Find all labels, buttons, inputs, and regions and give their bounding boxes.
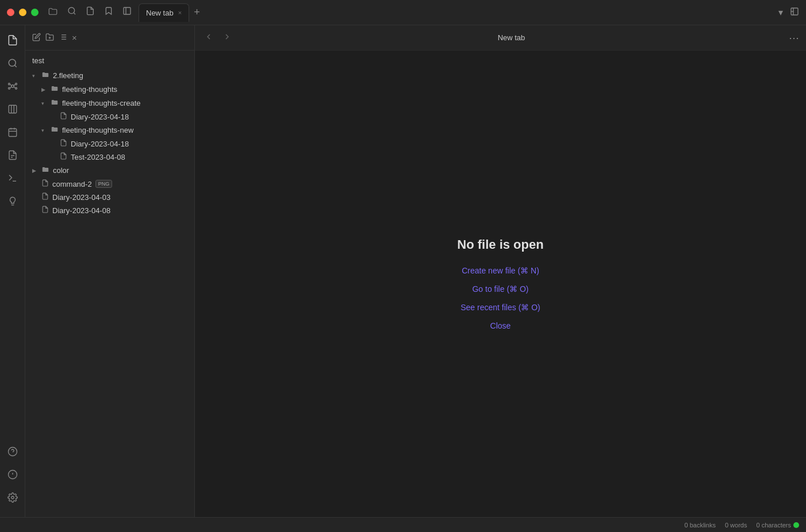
tree-item-fleeting-thoughts[interactable]: ▶ fleeting-thoughts xyxy=(28,83,192,96)
svg-line-14 xyxy=(10,84,11,86)
dropdown-icon[interactable]: ▾ xyxy=(778,7,783,18)
layout-icon[interactable] xyxy=(790,7,799,18)
panel-icon[interactable] xyxy=(122,6,132,19)
new-folder-icon[interactable] xyxy=(45,33,54,43)
svg-line-17 xyxy=(13,87,15,88)
svg-point-10 xyxy=(8,83,10,85)
file-icon-diary-a xyxy=(60,112,67,121)
expand-arrow-fleeting-thoughts-create: ▾ xyxy=(41,101,48,106)
file-icon-diary-03 xyxy=(41,192,49,202)
content-title: New tab xyxy=(239,33,784,42)
tab-label: New tab xyxy=(146,9,174,17)
folder-icon[interactable] xyxy=(48,6,58,19)
characters-status: 0 characters xyxy=(756,522,799,529)
content-header: New tab ⋯ xyxy=(195,25,806,51)
tree-item-fleeting-thoughts-create[interactable]: ▾ fleeting-thoughts-create xyxy=(28,97,192,110)
expand-arrow-color: ▶ xyxy=(32,168,39,174)
activity-icon-kanban[interactable] xyxy=(2,99,23,119)
titlebar-icons xyxy=(48,6,132,19)
content-area: New tab ⋯ No file is open Create new fil… xyxy=(195,25,806,517)
bookmark-icon[interactable] xyxy=(104,6,113,19)
svg-point-7 xyxy=(9,59,16,66)
close-link[interactable]: Close xyxy=(490,321,511,330)
label-2fleeting: 2.fleeting xyxy=(53,71,83,80)
tree-item-fleeting-thoughts-new[interactable]: ▾ fleeting-thoughts-new xyxy=(28,124,192,137)
sync-status-icon xyxy=(793,522,799,528)
folder-icon-2fleeting xyxy=(41,71,49,80)
more-options-button[interactable]: ⋯ xyxy=(789,32,799,44)
svg-line-16 xyxy=(10,87,11,88)
svg-point-13 xyxy=(15,87,17,89)
expand-arrow-2fleeting: ▾ xyxy=(32,73,39,79)
svg-point-12 xyxy=(8,87,10,89)
svg-rect-18 xyxy=(9,105,17,113)
label-fleeting-thoughts: fleeting-thoughts xyxy=(62,85,117,94)
words-count: 0 words xyxy=(725,522,747,529)
activity-icon-terminal[interactable] xyxy=(2,168,23,188)
maximize-window-button[interactable] xyxy=(31,9,39,16)
file-icon-diary-b xyxy=(60,139,67,148)
tab-close-button[interactable]: × xyxy=(178,9,182,16)
svg-point-28 xyxy=(8,448,17,456)
activity-icon-files[interactable] xyxy=(2,30,23,51)
tree-item-command-2[interactable]: command-2 PNG xyxy=(28,178,192,190)
activity-bar-bottom xyxy=(2,441,23,512)
tree-item-diary-2023-04-18-b[interactable]: Diary-2023-04-18 xyxy=(28,137,192,150)
new-note-icon[interactable] xyxy=(32,33,41,43)
activity-icon-info[interactable] xyxy=(2,464,23,485)
label-diary-2023-04-03: Diary-2023-04-03 xyxy=(52,193,110,202)
label-command-2: command-2 xyxy=(52,180,92,188)
words-status: 0 words xyxy=(725,522,747,529)
sidebar-root-label: test xyxy=(25,51,194,68)
create-new-file-link[interactable]: Create new file (⌘ N) xyxy=(462,266,539,275)
sort-icon[interactable] xyxy=(59,33,67,43)
backlinks-count: 0 backlinks xyxy=(685,522,716,529)
titlebar: New tab × + ▾ xyxy=(0,0,806,25)
svg-line-1 xyxy=(74,13,75,14)
folder-icon-fleeting-thoughts xyxy=(51,84,59,94)
close-window-button[interactable] xyxy=(7,9,14,16)
new-tab[interactable]: New tab × xyxy=(139,3,189,22)
status-bar: 0 backlinks 0 words 0 characters xyxy=(0,517,806,532)
add-tab-button[interactable]: + xyxy=(194,6,200,18)
characters-count: 0 characters xyxy=(756,522,791,529)
label-color: color xyxy=(53,166,69,175)
tree-item-test-2023-04-08[interactable]: Test-2023-04-08 xyxy=(28,151,192,163)
svg-rect-2 xyxy=(124,7,131,14)
svg-point-0 xyxy=(68,7,75,14)
svg-line-15 xyxy=(13,84,15,86)
folder-icon-fleeting-thoughts-create xyxy=(51,98,59,108)
expand-arrow-fleeting-thoughts-new: ▾ xyxy=(41,128,48,133)
activity-icon-graph[interactable] xyxy=(2,76,23,97)
minimize-window-button[interactable] xyxy=(19,9,26,16)
activity-icon-settings[interactable] xyxy=(2,487,23,508)
activity-icon-notes[interactable] xyxy=(2,145,23,165)
activity-icon-calendar[interactable] xyxy=(2,122,23,142)
activity-icon-search[interactable] xyxy=(2,53,23,74)
file-icon[interactable] xyxy=(86,6,95,19)
sidebar: × test ▾ 2.fleeting ▶ fleeting-thoughts xyxy=(25,25,195,517)
tree-item-2fleeting[interactable]: ▾ 2.fleeting xyxy=(28,69,192,82)
activity-icon-bulb[interactable] xyxy=(2,191,23,211)
activity-icon-help[interactable] xyxy=(2,441,23,462)
tree-item-diary-2023-04-03[interactable]: Diary-2023-04-03 xyxy=(28,191,192,203)
tree-item-diary-2023-04-18-a[interactable]: Diary-2023-04-18 xyxy=(28,110,192,123)
sidebar-tree: ▾ 2.fleeting ▶ fleeting-thoughts ▾ xyxy=(25,68,194,517)
folder-icon-color xyxy=(41,165,49,175)
label-diary-2023-04-18-b: Diary-2023-04-18 xyxy=(71,140,129,148)
tree-item-diary-2023-04-08[interactable]: Diary-2023-04-08 xyxy=(28,204,192,217)
tree-item-color[interactable]: ▶ color xyxy=(28,164,192,177)
back-button[interactable] xyxy=(202,30,216,46)
backlinks-status: 0 backlinks xyxy=(685,522,716,529)
see-recent-files-link[interactable]: See recent files (⌘ O) xyxy=(460,303,540,312)
titlebar-right: ▾ xyxy=(778,7,799,18)
go-to-file-link[interactable]: Go to file (⌘ O) xyxy=(472,284,528,294)
badge-png: PNG xyxy=(95,180,113,188)
file-icon-test xyxy=(60,152,67,161)
close-sidebar-icon[interactable]: × xyxy=(72,33,77,43)
forward-button[interactable] xyxy=(220,30,234,46)
label-diary-2023-04-08: Diary-2023-04-08 xyxy=(52,206,110,215)
search-icon[interactable] xyxy=(67,6,76,19)
file-icon-diary-08 xyxy=(41,206,49,215)
folder-icon-fleeting-thoughts-new xyxy=(51,125,59,135)
